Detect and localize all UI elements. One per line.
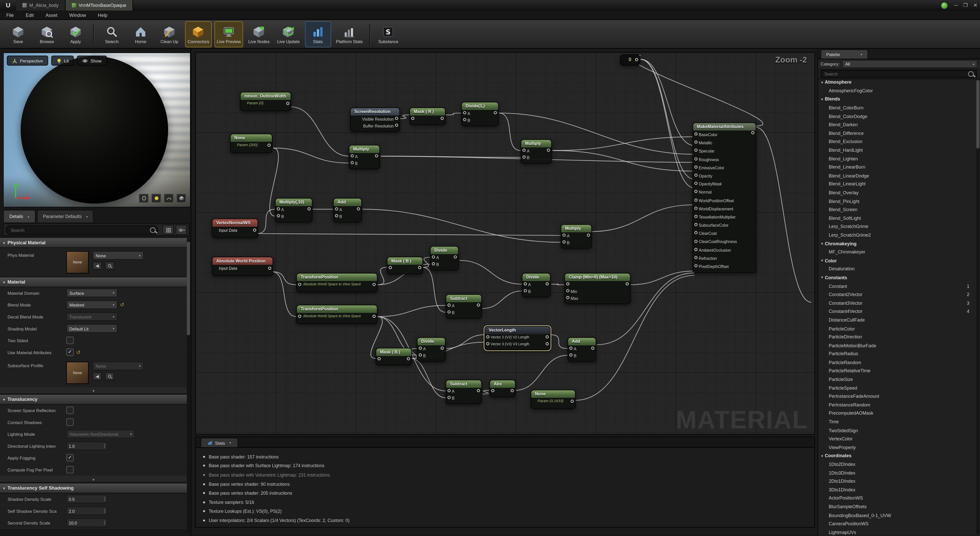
subsurface-profile-dropdown[interactable]: None▾ xyxy=(92,362,144,370)
node-mask-b-1[interactable]: Mask ( B ) xyxy=(387,257,423,274)
output-pin[interactable] xyxy=(395,117,398,120)
node-mask-b-2[interactable]: Mask ( B ) xyxy=(375,348,412,365)
node-multiply-b[interactable]: MultiplyAB xyxy=(520,139,552,164)
section-header-material[interactable]: ▾Material xyxy=(0,277,187,287)
input-pin[interactable] xyxy=(694,141,697,144)
asset-tab-vrmmtoonbaseopaque[interactable]: VrmMToonBaseOpaque xyxy=(65,0,134,11)
input-pin[interactable] xyxy=(694,239,697,243)
perspective-button[interactable]: Perspective xyxy=(7,56,48,65)
lighting-mode-dropdown[interactable]: Volumetric NonDirectional▾ xyxy=(66,430,135,438)
input-pin[interactable] xyxy=(463,118,466,121)
use-selected-asset-icon[interactable]: ◀ xyxy=(92,372,102,381)
palette-item-1dto2dindex[interactable]: 1Dto2DIndex xyxy=(818,460,976,468)
expand-advanced-button[interactable]: ▾ xyxy=(0,476,187,483)
output-pin[interactable] xyxy=(286,102,290,105)
input-pin[interactable] xyxy=(694,206,697,209)
use-material-attributes-checkbox[interactable]: ✓ xyxy=(66,349,74,356)
input-pin[interactable] xyxy=(298,315,301,318)
palette-item-blend-colorburn[interactable]: Blend_ColorBurn xyxy=(818,103,976,112)
palette-group-blends[interactable]: ▾Blends xyxy=(818,95,976,103)
menu-edit[interactable]: Edit xyxy=(26,12,34,18)
menu-asset[interactable]: Asset xyxy=(46,12,57,18)
input-pin[interactable] xyxy=(566,289,570,292)
palette-group-coordinates[interactable]: ▾Coordinates xyxy=(818,452,976,460)
wire[interactable] xyxy=(257,209,275,233)
apply-button[interactable]: Apply xyxy=(62,21,89,47)
palette-item-blend-colordodge[interactable]: Blend_ColorDodge xyxy=(818,112,976,121)
input-pin[interactable] xyxy=(411,117,414,120)
input-pin[interactable] xyxy=(335,214,338,217)
node-divide-b[interactable]: DivideAB xyxy=(522,273,551,297)
node-none-200[interactable]: NoneParam (200) xyxy=(230,133,272,153)
input-pin[interactable] xyxy=(694,182,697,185)
palette-item-camerapositionws[interactable]: CameraPositionWS xyxy=(818,519,976,528)
input-pin[interactable] xyxy=(563,233,566,236)
expand-advanced-button[interactable]: ▾ xyxy=(0,387,187,394)
node-add-b[interactable]: AddAB xyxy=(568,337,597,362)
wire[interactable] xyxy=(399,115,409,119)
output-pin[interactable] xyxy=(571,400,574,403)
input-pin[interactable] xyxy=(447,396,450,399)
stats-tab[interactable]: Stats ▾ xyxy=(200,438,238,447)
node-screenresolution[interactable]: ScreenResolutionVisible ResolutionBuffer… xyxy=(350,107,400,132)
input-pin[interactable] xyxy=(486,335,489,338)
output-pin[interactable] xyxy=(441,117,444,120)
input-pin[interactable] xyxy=(524,282,527,285)
input-pin[interactable] xyxy=(432,262,435,265)
input-pin[interactable] xyxy=(277,214,280,217)
palette-search-input[interactable] xyxy=(821,70,977,78)
input-pin[interactable] xyxy=(335,207,338,210)
palette-item-blend-linearlight[interactable]: Blend_LinearLight xyxy=(818,180,976,189)
live-nodes-button[interactable]: Live Nodes xyxy=(246,21,272,47)
input-pin[interactable] xyxy=(570,347,573,350)
self-shadow-density-sca-spinbox[interactable]: 2.0▴▾ xyxy=(66,506,108,515)
palette-item-blend-overlay[interactable]: Blend_Overlay xyxy=(818,189,976,197)
wire[interactable] xyxy=(632,56,763,126)
palette-item-time[interactable]: Time xyxy=(818,418,976,426)
wire[interactable] xyxy=(641,59,694,179)
palette-item-vertexcolor[interactable]: VertexColor xyxy=(818,435,976,443)
palette-item-3dto1dindex[interactable]: 3Dto1DIndex xyxy=(818,485,976,494)
details-scrollbar[interactable] xyxy=(187,239,190,534)
substance-button[interactable]: SSubstance xyxy=(375,21,401,47)
palette-item-particlecolor[interactable]: ParticleColor xyxy=(818,324,976,333)
input-pin[interactable] xyxy=(563,241,566,244)
palette-item-1dto3dindex[interactable]: 1Dto3DIndex xyxy=(818,469,976,477)
node-add-a[interactable]: AddAB xyxy=(333,198,362,222)
input-pin[interactable] xyxy=(377,357,380,360)
close-button[interactable]: ✕ xyxy=(974,3,977,8)
wire[interactable] xyxy=(483,390,490,394)
asset-tab-m-alicia-body[interactable]: M_Alicia_body xyxy=(16,0,65,11)
node-const-zero[interactable]: 0 xyxy=(620,54,640,65)
wire[interactable] xyxy=(377,306,445,317)
wire[interactable] xyxy=(363,209,560,242)
output-pin[interactable] xyxy=(372,315,375,318)
show-menu-button[interactable]: Show xyxy=(77,56,107,65)
palette-item-particlerandom[interactable]: ParticleRandom xyxy=(818,358,976,367)
reset-to-default-icon[interactable]: ↺ xyxy=(76,349,80,355)
wire[interactable] xyxy=(551,284,564,285)
input-pin[interactable] xyxy=(694,132,697,135)
compute-fog-per-pixel-checkbox[interactable] xyxy=(66,466,74,473)
palette-item-blend-difference[interactable]: Blend_Difference xyxy=(818,129,976,138)
browse-button[interactable]: Browse xyxy=(34,21,60,47)
wire[interactable] xyxy=(630,271,694,285)
input-pin[interactable] xyxy=(447,389,450,392)
input-pin[interactable] xyxy=(566,282,570,285)
preview-mesh-button[interactable] xyxy=(177,193,186,203)
input-pin[interactable] xyxy=(694,165,697,168)
palette-item-blend-screen[interactable]: Blend_Screen xyxy=(818,205,976,214)
spin-arrows-icon[interactable]: ▴▾ xyxy=(103,496,105,501)
section-header-physical-material[interactable]: ▾Physical Material xyxy=(0,238,187,248)
output-pin[interactable] xyxy=(267,144,270,147)
palette-tab[interactable]: Palette ▾ xyxy=(821,49,868,59)
details-search-input[interactable] xyxy=(6,225,158,235)
wire[interactable] xyxy=(446,335,484,349)
node-divide-a[interactable]: DivideAB xyxy=(430,246,459,271)
tab-parameter-defaults[interactable]: Parameter Defaults▾ xyxy=(37,210,94,222)
input-pin[interactable] xyxy=(351,154,354,157)
palette-item-constant4vector[interactable]: Constant4Vector4 xyxy=(818,307,976,316)
menu-file[interactable]: File xyxy=(6,12,14,18)
live-preview-button[interactable]: Live Preview xyxy=(214,21,243,47)
menu-help[interactable]: Help xyxy=(98,12,107,18)
